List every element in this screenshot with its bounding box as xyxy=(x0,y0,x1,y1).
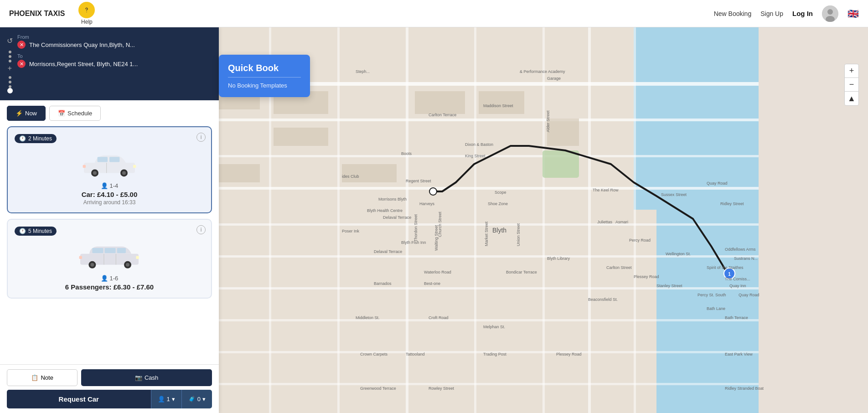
request-car-button[interactable]: Request Car xyxy=(7,390,151,408)
vehicle-type-1: Car xyxy=(82,191,93,198)
route-end-marker xyxy=(7,88,13,93)
svg-text:Steph...: Steph... xyxy=(356,69,370,74)
svg-text:East Park View: East Park View xyxy=(725,352,753,356)
user-avatar[interactable] xyxy=(822,5,838,22)
svg-text:Shoe Zone: Shoe Zone xyxy=(488,201,508,206)
svg-text:Harveys: Harveys xyxy=(419,201,435,206)
tab-schedule[interactable]: 📅 Schedule xyxy=(49,106,101,121)
vehicle-card-2[interactable]: i 🕐 5 Minutes xyxy=(7,219,212,299)
luggage-icon: 🧳 xyxy=(188,396,196,403)
zoom-out-button[interactable]: − xyxy=(845,78,858,92)
svg-text:Delaval Terrace: Delaval Terrace xyxy=(374,249,402,254)
to-field: To ✕ Morrisons,Regent Street, Blyth, NE2… xyxy=(17,53,210,68)
help-button[interactable]: Help xyxy=(78,2,95,25)
svg-text:Morrisons Blyth: Morrisons Blyth xyxy=(378,197,407,201)
svg-text:Carlton Street: Carlton Street xyxy=(606,265,632,270)
svg-text:Tattooland: Tattooland xyxy=(406,352,425,356)
now-label: Now xyxy=(25,110,37,117)
svg-text:Rowley Street: Rowley Street xyxy=(429,386,455,391)
svg-text:Crown Carpets: Crown Carpets xyxy=(360,352,388,356)
note-label: Note xyxy=(41,374,53,381)
svg-text:Percy Road: Percy Road xyxy=(629,238,651,243)
svg-text:1: 1 xyxy=(728,272,731,277)
request-row: Request Car 👤 1 ▾ 🧳 0 ▾ xyxy=(7,390,212,408)
help-label: Help xyxy=(81,19,93,25)
svg-text:Best-one: Best-one xyxy=(424,281,440,286)
svg-text:Waterloo Road: Waterloo Road xyxy=(424,270,451,274)
from-field: From ✕ The Commissioners Quay Inn,Blyth,… xyxy=(17,34,210,49)
vehicle-type-2: 6 Passengers xyxy=(65,283,109,291)
vehicle-info-icon-2[interactable]: i xyxy=(196,225,206,234)
add-stop-icon[interactable]: + xyxy=(8,64,12,72)
help-icon xyxy=(78,2,95,18)
svg-text:Wellington St.: Wellington St. xyxy=(666,252,691,256)
from-label: From xyxy=(17,34,210,40)
svg-rect-106 xyxy=(98,157,108,162)
vehicle-info-icon-1[interactable]: i xyxy=(196,133,206,142)
svg-text:Ridley Street: Ridley Street xyxy=(720,201,744,206)
svg-text:Carlton Terrace: Carlton Terrace xyxy=(429,113,456,117)
language-flag[interactable]: 🇬🇧 xyxy=(847,8,859,19)
svg-text:The Keel Row: The Keel Row xyxy=(593,188,619,192)
svg-text:Asmari: Asmari xyxy=(615,220,628,224)
payment-row: 📋 Note 📷 Cash xyxy=(7,369,212,386)
vehicle-info-1: 👤 1-4 Car: £4.10 - £5.00 Arriving around… xyxy=(15,182,204,206)
reset-north-button[interactable]: ▲ xyxy=(845,92,858,105)
vehicle-info-2: 👤 1-6 6 Passengers: £6.30 - £7.60 xyxy=(15,275,204,291)
svg-rect-20 xyxy=(337,27,340,413)
from-value[interactable]: The Commissioners Quay Inn,Blyth, N... xyxy=(29,41,135,48)
refresh-icon[interactable]: ↺ xyxy=(7,36,13,45)
pax-count-2: 1-6 xyxy=(109,275,118,282)
svg-text:Boots: Boots xyxy=(401,151,412,156)
svg-text:Plessey Road: Plessey Road xyxy=(634,274,659,279)
route-dot-2 xyxy=(9,55,11,58)
route-icons: ↺ + xyxy=(7,34,13,93)
svg-text:Blyth Library: Blyth Library xyxy=(547,256,570,261)
svg-point-3 xyxy=(827,9,833,15)
clock-icon-2: 🕐 xyxy=(19,228,26,234)
svg-text:Sussex Street: Sussex Street xyxy=(661,192,687,197)
vehicle-price-range-1: £4.10 - £5.00 xyxy=(97,191,137,198)
svg-text:Melphan St.: Melphan St. xyxy=(483,325,505,329)
svg-text:Regent Street: Regent Street xyxy=(406,179,431,183)
luggage-selector-button[interactable]: 🧳 0 ▾ xyxy=(181,390,212,408)
pax-selector-button[interactable]: 👤 1 ▾ xyxy=(151,390,181,408)
to-label: To xyxy=(17,53,210,59)
login-button[interactable]: Log In xyxy=(792,10,813,17)
new-booking-button[interactable]: New Booking xyxy=(714,10,752,17)
to-value[interactable]: Morrisons,Regent Street, Blyth, NE24 1..… xyxy=(29,61,138,67)
svg-text:The Comiss...: The Comiss... xyxy=(725,277,750,281)
vehicle-pax-2: 👤 1-6 xyxy=(15,275,204,282)
vehicle-price-range-2: £6.30 - £7.60 xyxy=(114,283,154,291)
svg-rect-31 xyxy=(415,91,465,114)
svg-text:Stanley Street: Stanley Street xyxy=(656,284,682,288)
svg-text:Trading Post: Trading Post xyxy=(483,352,506,356)
tab-now[interactable]: ⚡ Now xyxy=(7,106,46,121)
vehicle-card-1[interactable]: i 🕐 2 Minutes xyxy=(7,126,212,213)
route-dots-2 xyxy=(9,76,11,88)
route-panel: ↺ + From ✕ The Commissioners Quay Inn,Bl… xyxy=(0,27,219,100)
svg-text:Plessey Road: Plessey Road xyxy=(556,352,582,356)
svg-text:Spirit of the Staithes: Spirit of the Staithes xyxy=(707,265,744,270)
vehicle-pax-1: 👤 1-4 xyxy=(15,182,204,189)
pax-icon-1: 👤 xyxy=(101,182,108,189)
signup-button[interactable]: Sign Up xyxy=(760,10,783,17)
to-row: ✕ Morrisons,Regent Street, Blyth, NE24 1… xyxy=(17,60,210,68)
note-button[interactable]: 📋 Note xyxy=(7,369,78,386)
clear-to-button[interactable]: ✕ xyxy=(17,60,26,68)
route-fields: From ✕ The Commissioners Quay Inn,Blyth,… xyxy=(17,34,210,72)
header-right: New Booking Sign Up Log In 🇬🇧 xyxy=(714,5,859,22)
person-icon: 👤 xyxy=(158,396,165,403)
quick-book-no-templates: No Booking Templates xyxy=(228,82,301,89)
cash-button[interactable]: 📷 Cash xyxy=(81,369,212,386)
zoom-in-button[interactable]: + xyxy=(845,64,858,78)
map-zoom-controls: + − ▲ xyxy=(844,64,859,106)
svg-point-122 xyxy=(126,263,129,267)
svg-text:Percy St. South: Percy St. South xyxy=(698,293,726,297)
clear-from-button[interactable]: ✕ xyxy=(17,41,26,49)
svg-text:Blyth Health Centre: Blyth Health Centre xyxy=(367,208,403,213)
svg-text:Alder Street: Alder Street xyxy=(546,110,550,132)
svg-text:Thordon Street: Thordon Street xyxy=(413,214,418,242)
svg-text:Blyth: Blyth xyxy=(492,227,506,234)
svg-text:Bath Lane: Bath Lane xyxy=(707,306,725,311)
